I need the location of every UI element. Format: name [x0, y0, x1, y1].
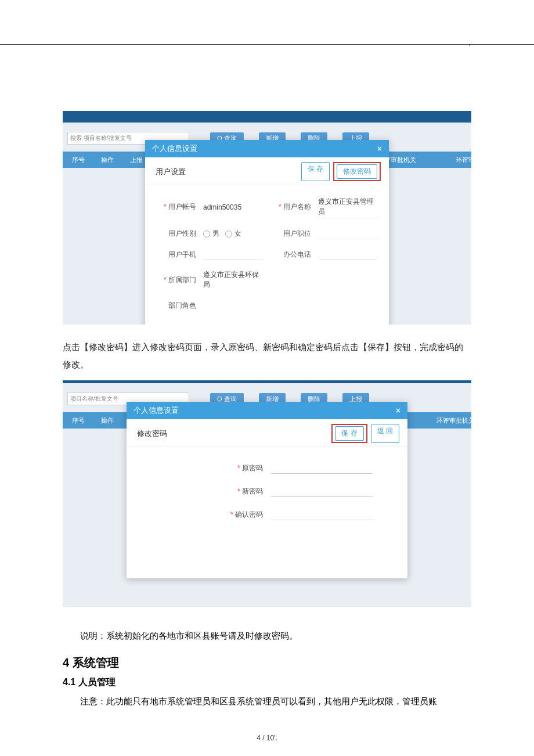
thead-col: 序号: [72, 156, 85, 164]
account-label: 用户帐号: [156, 202, 196, 212]
highlight-save: 保 存: [331, 424, 367, 443]
old-password-label: 原密码: [161, 463, 263, 473]
position-label: 用户职位: [270, 229, 311, 239]
page-footer: 4 / 10'.: [0, 734, 534, 742]
page-corner-dot: .: [468, 41, 470, 47]
office-phone-label: 办公电话: [270, 250, 311, 260]
screenshot-user-settings: 搜索 项目名称/批复文号 Q 查询 新增 删除 上报 序号 操作 上报 环评审批…: [63, 111, 471, 325]
gender-label: 用户性别: [156, 229, 196, 239]
user-settings-modal: 个人信息设置 × 用户设置 保 存 修改密码 用户帐号 admin50: [145, 140, 389, 325]
thead-col: 操作: [101, 156, 114, 164]
screenshot-change-password: 项目名称/批复文号 Q 查询 新增 删除 上报 序号 操作 上报 环评审批机关 …: [63, 380, 471, 607]
thead-col: 序号: [72, 416, 85, 425]
change-password-modal: 个人信息设置 × 修改密码 保 存 返 回 原密码: [127, 402, 407, 578]
old-password-input[interactable]: [271, 462, 373, 474]
username-label: 用户名称: [270, 202, 311, 212]
thead-col: 环评审: [456, 156, 471, 164]
modal-title: 个人信息设置: [152, 143, 197, 154]
dept-label: 所属部门: [156, 275, 196, 285]
note-paragraph: 说明：系统初始化的各地市和区县账号请及时修改密码。: [63, 628, 471, 645]
section-title: 修改密码: [137, 429, 167, 439]
mobile-label: 用户手机: [156, 250, 196, 260]
username-value[interactable]: 遵义市正安县管理员: [318, 196, 378, 218]
office-phone-input[interactable]: [318, 249, 378, 260]
back-button[interactable]: 返 回: [371, 424, 399, 443]
position-input[interactable]: [318, 229, 378, 239]
account-value: admin50035: [203, 202, 264, 213]
gender-female-radio[interactable]: 女: [225, 229, 241, 239]
save-button[interactable]: 保 存: [335, 426, 363, 441]
thead-col: 操作: [101, 416, 114, 425]
heading-4: 4 系统管理: [63, 655, 471, 671]
confirm-password-label: 确认密码: [161, 510, 263, 520]
change-password-button[interactable]: 修改密码: [337, 164, 377, 179]
close-icon[interactable]: ×: [396, 406, 400, 415]
modal-title: 个人信息设置: [134, 405, 179, 416]
gender-male-radio[interactable]: 男: [203, 229, 219, 239]
role-value: [203, 300, 264, 311]
body-4-1: 注意：此功能只有地市系统管理员和区县系统管理员可以看到，其他用户无此权限，管理员…: [63, 693, 471, 710]
role-label: 部门角色: [156, 301, 196, 311]
new-password-input[interactable]: [271, 485, 373, 497]
heading-4-1: 4.1 人员管理: [63, 676, 471, 689]
confirm-password-input[interactable]: [271, 509, 373, 520]
instruction-paragraph: 点击【修改密码】进入修改密码页面，录入原密码、新密码和确定密码后点击【保存】按钮…: [63, 339, 471, 373]
close-icon[interactable]: ×: [377, 144, 382, 153]
mobile-input[interactable]: [203, 249, 264, 260]
new-password-label: 新密码: [161, 487, 263, 496]
save-button[interactable]: 保 存: [301, 162, 330, 181]
dept-value: 遵义市正安县环保局: [203, 269, 264, 291]
thead-col: 上报: [130, 156, 143, 164]
thead-col: 环评审批机关: [436, 416, 471, 425]
section-title: 用户设置: [156, 167, 186, 177]
highlight-change-password: 修改密码: [333, 162, 381, 181]
